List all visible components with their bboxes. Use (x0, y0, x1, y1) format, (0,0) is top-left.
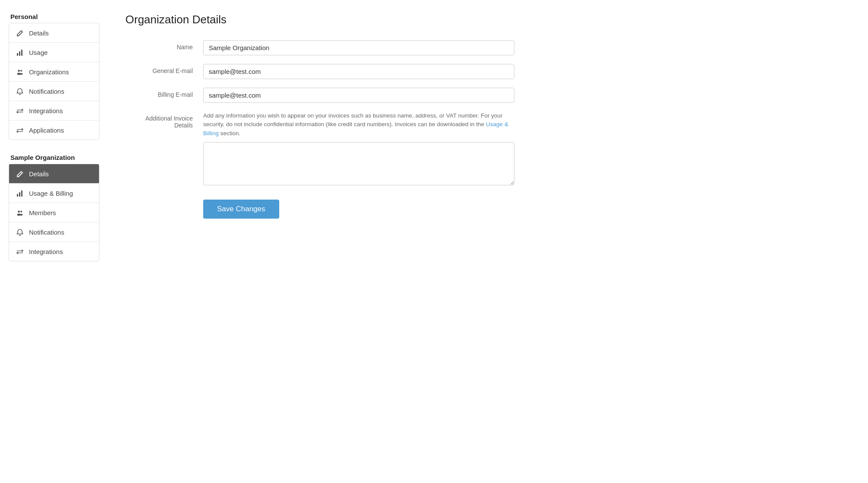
chart-icon-org (16, 189, 24, 197)
form-row-email: General E-mail (125, 64, 514, 79)
integrations-icon (16, 107, 24, 114)
sidebar-label-org-usage: Usage & Billing (29, 190, 73, 197)
sidebar-item-personal-organizations[interactable]: Organizations (9, 62, 99, 82)
svg-point-5 (20, 70, 22, 72)
invoice-textarea[interactable] (203, 142, 514, 185)
name-label: Name (125, 40, 203, 51)
sidebar-label-org-members: Members (29, 209, 56, 216)
apps-icon (16, 126, 24, 134)
name-control-wrap (203, 40, 514, 55)
billing-control-wrap (203, 88, 514, 103)
chart-icon (16, 48, 24, 56)
svg-point-3 (18, 70, 20, 72)
sidebar-item-org-usage[interactable]: Usage & Billing (9, 184, 99, 203)
sidebar-item-org-integrations[interactable]: Integrations (9, 242, 99, 261)
sidebar: Personal Details Usage (9, 13, 99, 470)
sidebar-label-org-details: Details (29, 170, 49, 178)
form-row-billing: Billing E-mail (125, 88, 514, 103)
billing-label: Billing E-mail (125, 88, 203, 98)
sidebar-item-org-notifications[interactable]: Notifications (9, 222, 99, 242)
sidebar-label-org-integrations: Integrations (29, 248, 63, 255)
email-control-wrap (203, 64, 514, 79)
sidebar-item-org-details[interactable]: Details (9, 164, 99, 184)
sidebar-item-personal-usage[interactable]: Usage (9, 43, 99, 62)
org-section-title: Sample Organization (9, 154, 99, 161)
svg-rect-1 (19, 51, 20, 56)
email-label: General E-mail (125, 64, 203, 74)
org-details-form: Name General E-mail Billing E-mail (125, 40, 514, 195)
svg-rect-0 (17, 53, 18, 56)
sidebar-item-org-members[interactable]: Members (9, 203, 99, 222)
sidebar-label-org-notifications: Notifications (29, 229, 64, 236)
svg-point-17 (20, 214, 22, 216)
sidebar-label-personal-organizations: Organizations (29, 68, 69, 76)
org-nav: Details Usage & Billing (9, 164, 99, 261)
svg-rect-12 (19, 192, 20, 197)
main-content: Organization Details Name General E-mail… (125, 13, 514, 470)
invoice-label: Additional Invoice Details (125, 111, 203, 129)
sidebar-label-personal-notifications: Notifications (29, 88, 64, 95)
integrations-icon-org (16, 248, 24, 255)
svg-point-6 (20, 73, 22, 75)
name-input[interactable] (203, 40, 514, 55)
invoice-control-wrap: Add any information you wish to appear o… (203, 111, 514, 187)
invoice-help-text: Add any information you wish to appear o… (203, 111, 514, 138)
bell-icon (16, 87, 24, 95)
bell-icon-org (16, 228, 24, 236)
save-changes-button[interactable]: Save Changes (203, 200, 279, 219)
sidebar-item-personal-applications[interactable]: Applications (9, 121, 99, 140)
sidebar-item-personal-details[interactable]: Details (9, 23, 99, 43)
sidebar-item-personal-integrations[interactable]: Integrations (9, 101, 99, 121)
form-row-invoice: Additional Invoice Details Add any infor… (125, 111, 514, 187)
personal-nav: Details Usage (9, 23, 99, 140)
sidebar-label-personal-integrations: Integrations (29, 107, 63, 114)
pencil-icon-org (16, 170, 24, 178)
sidebar-label-personal-details: Details (29, 29, 49, 37)
svg-point-14 (18, 211, 20, 213)
sidebar-item-personal-notifications[interactable]: Notifications (9, 82, 99, 101)
email-input[interactable] (203, 64, 514, 79)
pencil-icon (16, 29, 24, 37)
svg-point-16 (20, 211, 22, 213)
people-icon-org (16, 209, 24, 216)
page-title: Organization Details (125, 13, 514, 26)
svg-rect-2 (21, 50, 22, 56)
sidebar-label-personal-usage: Usage (29, 49, 48, 56)
personal-section-title: Personal (9, 13, 99, 20)
billing-input[interactable] (203, 88, 514, 103)
sidebar-label-personal-applications: Applications (29, 127, 64, 134)
people-icon (16, 68, 24, 76)
save-button-row: Save Changes (125, 200, 514, 219)
svg-rect-11 (17, 194, 18, 197)
form-row-name: Name (125, 40, 514, 55)
svg-rect-13 (21, 191, 22, 197)
